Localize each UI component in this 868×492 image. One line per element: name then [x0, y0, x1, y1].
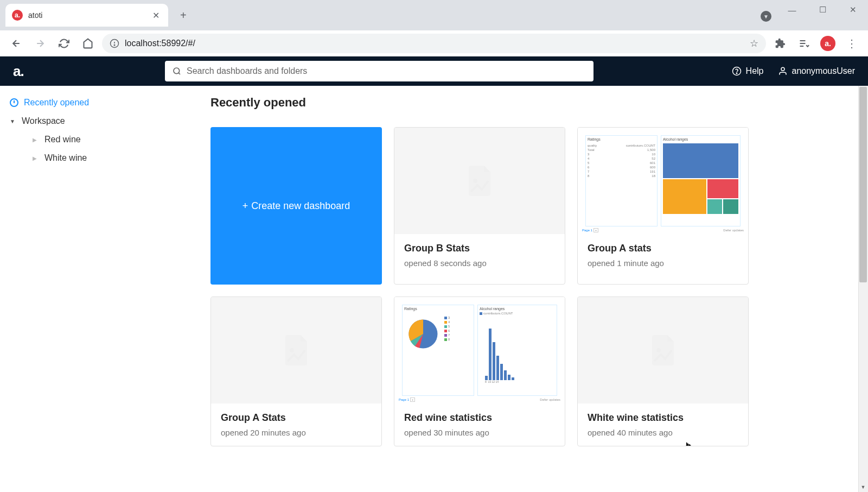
user-link[interactable]: anonymousUser [778, 66, 856, 76]
header-right: Help anonymousUser [732, 66, 855, 76]
treemap-icon [663, 143, 738, 214]
thumb-panel-title: Alcohol ranges [663, 137, 738, 141]
tab-strip: a. atoti ✕ + [0, 0, 193, 30]
card-title: Group B Stats [404, 243, 555, 254]
back-button[interactable] [7, 34, 26, 53]
card-body: Group B Stats opened 8 seconds ago [394, 234, 565, 276]
dashboard-card[interactable]: White wine statistics opened 40 minutes … [577, 297, 749, 446]
card-body: Group A Stats opened 20 minutes ago [211, 403, 381, 446]
card-meta: opened 40 minutes ago [588, 428, 738, 437]
extensions-icon[interactable] [770, 34, 790, 53]
search-box[interactable] [165, 61, 593, 81]
sidebar-item-red-wine[interactable]: ▶ Red wine [10, 130, 201, 149]
home-button[interactable] [78, 34, 98, 53]
tab-favicon-icon: a. [12, 10, 23, 21]
thumb-footer: Page 1 + Defer updates [582, 229, 744, 232]
close-window-button[interactable]: ✕ [838, 0, 868, 20]
browser-tab[interactable]: a. atoti ✕ [5, 4, 168, 27]
card-thumbnail: Ratings 3 4 [394, 297, 565, 403]
maximize-button[interactable]: ☐ [807, 0, 838, 20]
app-header: a. Help anonymousUser [0, 56, 868, 86]
close-tab-icon[interactable]: ✕ [150, 10, 162, 21]
url-text: localhost:58992/#/ [125, 39, 744, 48]
placeholder-image-icon [650, 335, 676, 365]
card-thumbnail [394, 128, 565, 234]
new-tab-button[interactable]: + [174, 6, 193, 25]
dashboard-card[interactable]: Group B Stats opened 8 seconds ago [394, 127, 565, 285]
placeholder-image-icon [283, 335, 309, 365]
dashboard-card[interactable]: Ratings 3 4 [394, 297, 565, 446]
thumb-preview: Ratings qualitycontributors.COUNT Total1… [582, 132, 744, 230]
user-label: anonymousUser [792, 66, 856, 76]
sidebar-recently-opened[interactable]: Recently opened [10, 93, 201, 112]
reading-list-icon[interactable] [794, 34, 814, 53]
search-icon [173, 67, 181, 75]
card-thumbnail [578, 297, 748, 403]
card-title: Red wine statistics [404, 412, 555, 424]
sidebar-item-label: White wine [44, 153, 87, 163]
svg-point-6 [174, 68, 180, 74]
address-bar-row: localhost:58992/#/ ☆ a. ⋮ [0, 30, 868, 56]
tab-title: atoti [28, 11, 145, 20]
sidebar: Recently opened ▼ Workspace ▶ Red wine ▶… [0, 86, 210, 492]
sidebar-item-label: Red wine [44, 135, 81, 144]
card-body: Group A stats opened 1 minute ago [578, 234, 748, 276]
chevron-right-icon: ▶ [33, 137, 39, 143]
card-thumbnail [211, 297, 381, 403]
dashboard-grid: + Create new dashboard Group B Stats ope… [210, 127, 868, 446]
card-meta: opened 30 minutes ago [404, 428, 555, 437]
card-title: White wine statistics [588, 412, 738, 424]
thumb-preview: Ratings 3 4 [399, 301, 560, 399]
thumb-panel-title: Ratings [588, 137, 655, 141]
svg-point-10 [781, 67, 784, 71]
chevron-down-icon: ▼ [10, 118, 16, 124]
minimize-button[interactable]: — [777, 0, 807, 20]
sidebar-workspace[interactable]: ▼ Workspace [10, 112, 201, 130]
profile-avatar-icon[interactable]: a. [818, 34, 838, 53]
card-body: White wine statistics opened 40 minutes … [578, 403, 748, 446]
help-label: Help [746, 66, 764, 76]
svg-point-9 [736, 73, 737, 74]
page-title: Recently opened [210, 96, 868, 110]
clock-icon [10, 98, 18, 107]
scroll-down-icon[interactable]: ▼ [858, 482, 868, 492]
svg-line-7 [178, 73, 180, 74]
scrollbar[interactable]: ▲ ▼ [858, 86, 868, 492]
scrollbar-thumb[interactable] [859, 87, 867, 282]
thumb-footer: Page 1 + Defer updates [399, 398, 560, 401]
card-body: Red wine statistics opened 30 minutes ag… [394, 403, 565, 446]
card-thumbnail: Ratings qualitycontributors.COUNT Total1… [578, 128, 748, 234]
create-dashboard-card[interactable]: + Create new dashboard [210, 127, 382, 285]
help-icon [732, 66, 742, 76]
forward-button[interactable] [30, 34, 50, 53]
help-link[interactable]: Help [732, 66, 764, 76]
address-bar[interactable]: localhost:58992/#/ ☆ [102, 34, 766, 53]
svg-point-11 [473, 179, 477, 183]
histogram-icon [485, 326, 555, 380]
sidebar-workspace-label: Workspace [22, 116, 65, 126]
chrome-account-icon[interactable]: ▼ [761, 11, 771, 22]
plus-icon: + [242, 200, 248, 212]
dashboard-card[interactable]: Group A Stats opened 20 minutes ago [210, 297, 382, 446]
user-icon [778, 66, 788, 76]
site-info-icon[interactable] [110, 39, 119, 48]
pie-chart-icon [404, 315, 442, 353]
placeholder-image-icon [467, 166, 493, 196]
card-title: Group A Stats [221, 412, 372, 424]
dashboard-card[interactable]: Ratings qualitycontributors.COUNT Total1… [577, 127, 749, 285]
browser-chrome: a. atoti ✕ + ▼ — ☐ ✕ [0, 0, 868, 30]
card-title: Group A stats [588, 243, 738, 254]
svg-point-12 [290, 348, 294, 352]
search-input[interactable] [187, 66, 586, 76]
svg-point-2 [114, 45, 115, 46]
browser-menu-icon[interactable]: ⋮ [842, 34, 861, 53]
app-logo[interactable]: a. [13, 63, 154, 80]
bookmark-icon[interactable]: ☆ [750, 37, 758, 49]
card-meta: opened 1 minute ago [588, 258, 738, 268]
reload-button[interactable] [54, 34, 74, 53]
thumb-panel-title: Alcohol ranges [480, 307, 555, 311]
main-area: Recently opened ▼ Workspace ▶ Red wine ▶… [0, 86, 868, 492]
sidebar-item-white-wine[interactable]: ▶ White wine [10, 149, 201, 167]
window-controls: — ☐ ✕ [777, 0, 868, 20]
card-meta: opened 8 seconds ago [404, 258, 555, 268]
